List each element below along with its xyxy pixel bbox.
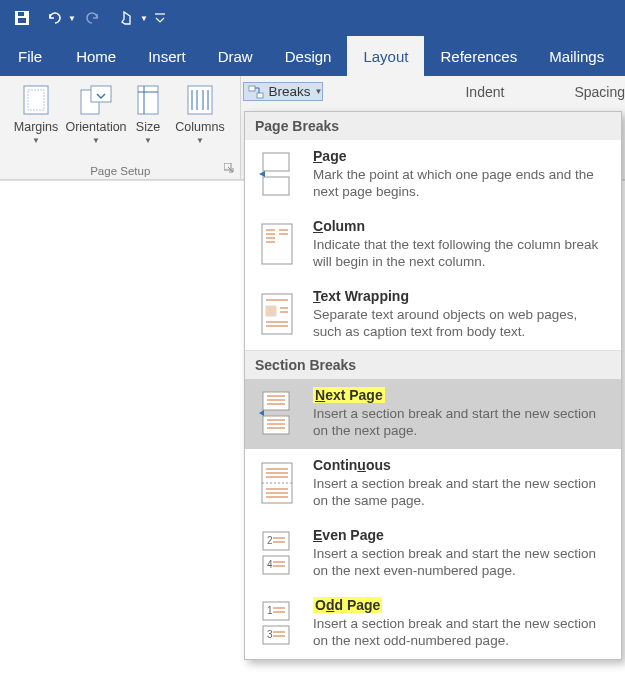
- margins-icon: [18, 82, 54, 118]
- svg-text:2: 2: [267, 535, 273, 546]
- dd-item-even-page[interactable]: 24 Even Page Insert a section break and …: [245, 519, 621, 589]
- undo-dropdown-icon[interactable]: ▼: [68, 14, 76, 23]
- dd-desc: Indicate that the text following the col…: [313, 236, 609, 270]
- chevron-down-icon: ▼: [196, 136, 204, 146]
- svg-text:1: 1: [267, 605, 273, 616]
- svg-rect-30: [266, 306, 276, 316]
- svg-rect-36: [263, 392, 289, 410]
- spacing-label: Spacing: [574, 84, 625, 100]
- tab-draw[interactable]: Draw: [202, 36, 269, 76]
- next-page-icon: [257, 389, 297, 437]
- dd-desc: Insert a section break and start the new…: [313, 615, 609, 649]
- chevron-down-icon: ▼: [144, 136, 152, 146]
- svg-rect-19: [257, 93, 263, 98]
- svg-rect-40: [263, 416, 289, 434]
- ribbon-tabs: File Home Insert Draw Design Layout Refe…: [0, 36, 625, 76]
- breaks-dropdown-menu: Page Breaks Page Mark the point at which…: [244, 111, 622, 660]
- orientation-label: Orientation: [65, 120, 126, 134]
- text-wrapping-icon: [257, 290, 297, 338]
- group-page-setup: Margins ▼ Orientation ▼ Size ▼ Columns ▼…: [0, 76, 241, 179]
- dd-title: Next Page: [313, 387, 609, 403]
- dd-header-section-breaks: Section Breaks: [245, 350, 621, 379]
- svg-rect-21: [263, 177, 289, 195]
- indent-label: Indent: [465, 84, 504, 100]
- dd-item-odd-page[interactable]: 13 Odd Page Insert a section break and s…: [245, 589, 621, 659]
- margins-label: Margins: [14, 120, 58, 134]
- group-label-page-setup: Page Setup: [0, 165, 240, 177]
- svg-rect-20: [263, 153, 289, 171]
- svg-rect-3: [18, 18, 26, 23]
- quick-access-toolbar: ▼ ▼: [0, 0, 625, 36]
- column-break-icon: [257, 220, 297, 268]
- breaks-icon: [248, 85, 264, 99]
- dd-title: Odd Page: [313, 597, 609, 613]
- dd-item-column[interactable]: Column Indicate that the text following …: [245, 210, 621, 280]
- dd-desc: Insert a section break and start the new…: [313, 405, 609, 439]
- redo-icon: [86, 10, 102, 26]
- columns-label: Columns: [175, 120, 224, 134]
- qat-customize-button[interactable]: [152, 4, 168, 32]
- svg-rect-2: [18, 12, 24, 16]
- svg-rect-18: [249, 86, 255, 91]
- size-icon: [130, 82, 166, 118]
- dd-title: Text Wrapping: [313, 288, 609, 304]
- dd-item-page[interactable]: Page Mark the point at which one page en…: [245, 140, 621, 210]
- touch-dropdown-icon[interactable]: ▼: [140, 14, 148, 23]
- tab-file[interactable]: File: [8, 36, 60, 76]
- tab-references[interactable]: References: [424, 36, 533, 76]
- redo-button-disabled: [80, 4, 108, 32]
- undo-icon: [45, 10, 63, 26]
- orientation-icon: [78, 82, 114, 118]
- dd-desc: Insert a section break and start the new…: [313, 475, 609, 509]
- size-button[interactable]: Size ▼: [126, 80, 170, 177]
- chevron-down-icon: ▼: [92, 136, 100, 146]
- tab-review-clipped[interactable]: Re: [620, 36, 625, 76]
- tab-home[interactable]: Home: [60, 36, 132, 76]
- columns-button[interactable]: Columns ▼: [170, 80, 230, 177]
- svg-rect-9: [138, 86, 158, 114]
- tab-insert[interactable]: Insert: [132, 36, 202, 76]
- svg-text:4: 4: [267, 559, 273, 570]
- save-button[interactable]: [8, 4, 36, 32]
- dd-desc: Separate text around objects on web page…: [313, 306, 609, 340]
- page-break-icon: [257, 150, 297, 198]
- touch-icon: [118, 10, 134, 26]
- dd-title: Even Page: [313, 527, 609, 543]
- dd-item-text-wrapping[interactable]: Text Wrapping Separate text around objec…: [245, 280, 621, 350]
- dd-item-continuous[interactable]: Continuous Insert a section break and st…: [245, 449, 621, 519]
- breaks-dropdown-button[interactable]: Breaks ▼: [243, 82, 323, 101]
- even-page-icon: 24: [257, 529, 297, 577]
- undo-button[interactable]: [40, 4, 68, 32]
- size-label: Size: [136, 120, 160, 134]
- dd-title: Continuous: [313, 457, 609, 473]
- launcher-icon: [224, 163, 234, 173]
- columns-icon: [182, 82, 218, 118]
- chevron-down-icon: ▼: [32, 136, 40, 146]
- dd-title: Column: [313, 218, 609, 234]
- margins-button[interactable]: Margins ▼: [6, 80, 66, 177]
- tab-layout[interactable]: Layout: [347, 36, 424, 76]
- dd-title: Page: [313, 148, 609, 164]
- dialog-launcher-page-setup[interactable]: [222, 161, 236, 175]
- svg-text:3: 3: [267, 629, 273, 640]
- continuous-icon: [257, 459, 297, 507]
- dd-desc: Insert a section break and start the new…: [313, 545, 609, 579]
- dd-desc: Mark the point at which one page ends an…: [313, 166, 609, 200]
- breaks-label: Breaks: [268, 84, 310, 99]
- tab-mailings[interactable]: Mailings: [533, 36, 620, 76]
- dd-header-page-breaks: Page Breaks: [245, 112, 621, 140]
- odd-page-icon: 13: [257, 599, 297, 647]
- paragraph-heading-row: Indent Spacing: [465, 84, 625, 100]
- tab-design[interactable]: Design: [269, 36, 348, 76]
- chevron-down-icon: ▼: [315, 87, 323, 96]
- dd-item-next-page[interactable]: Next Page Insert a section break and sta…: [245, 379, 621, 449]
- touch-mode-button[interactable]: [112, 4, 140, 32]
- orientation-button[interactable]: Orientation ▼: [66, 80, 126, 177]
- customize-icon: [155, 12, 165, 24]
- save-icon: [14, 10, 30, 26]
- ribbon-right: Breaks ▼ Indent Spacing: [241, 76, 625, 101]
- svg-rect-8: [91, 86, 111, 102]
